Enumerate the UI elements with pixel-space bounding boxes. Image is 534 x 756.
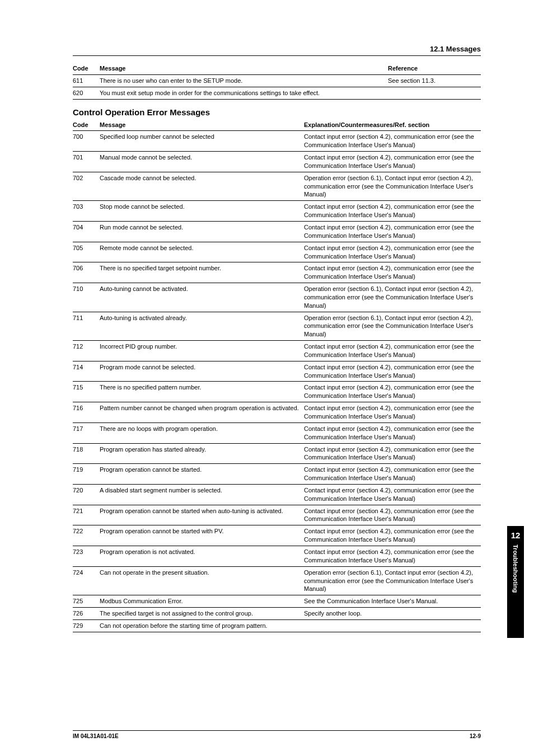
cell-msg: You must exit setup mode in order for th…: [100, 87, 388, 99]
cell-code: 725: [73, 595, 100, 608]
cell-exp: Operation error (section 6.1), Contact i…: [304, 566, 481, 595]
cell-exp: Operation error (section 6.1), Contact i…: [304, 312, 481, 341]
side-tab-label: Troubleshooting: [512, 544, 519, 593]
col-ref-header: Reference: [388, 63, 481, 74]
cell-exp: Contact input error (section 4.2), commu…: [304, 546, 481, 566]
cell-code: 721: [73, 505, 100, 525]
table-row: 721Program operation cannot be started w…: [73, 505, 481, 525]
cell-code: 712: [73, 341, 100, 361]
table-row: 705Remote mode cannot be selected.Contac…: [73, 242, 481, 262]
messages-table-2: Code Message Explanation/Countermeasures…: [73, 119, 481, 632]
cell-msg: Pattern number cannot be changed when pr…: [100, 402, 304, 423]
cell-msg: Auto-tuning cannot be activated.: [100, 283, 304, 312]
cell-exp: Contact input error (section 4.2), commu…: [304, 262, 481, 283]
side-tab-number: 12: [511, 530, 521, 540]
cell-code: 611: [73, 74, 100, 87]
cell-code: 729: [73, 619, 100, 632]
cell-exp: Contact input error (section 4.2), commu…: [304, 131, 481, 152]
cell-msg: Specified loop number cannot be selected: [100, 131, 304, 152]
cell-code: 726: [73, 608, 100, 620]
cell-code: 620: [73, 87, 100, 99]
table-row: 620You must exit setup mode in order for…: [73, 87, 481, 99]
cell-msg: Stop mode cannot be selected.: [100, 201, 304, 222]
messages-table-1: Code Message Reference 611There is no us…: [73, 63, 481, 100]
cell-code: 705: [73, 242, 100, 262]
table-row: 729Can not operation before the starting…: [73, 619, 481, 632]
page-footer: IM 04L31A01-01E 12-9: [73, 730, 481, 739]
cell-exp: See the Communication Interface User's M…: [304, 595, 481, 608]
cell-exp: Contact input error (section 4.2), commu…: [304, 201, 481, 222]
table-row: 712Incorrect PID group number.Contact in…: [73, 341, 481, 361]
cell-msg: Modbus Communication Error.: [100, 595, 304, 608]
page: 12.1 Messages Code Message Reference 611…: [0, 0, 534, 756]
cell-exp: Contact input error (section 4.2), commu…: [304, 361, 481, 382]
cell-exp: Contact input error (section 4.2), commu…: [304, 464, 481, 485]
cell-code: 720: [73, 484, 100, 505]
cell-exp: Operation error (section 6.1), Contact i…: [304, 172, 481, 201]
cell-msg: Program operation cannot be started.: [100, 464, 304, 485]
cell-msg: Run mode cannot be selected.: [100, 221, 304, 242]
table-row: 706There is no specified target setpoint…: [73, 262, 481, 283]
cell-msg: Auto-tuning is activated already.: [100, 312, 304, 341]
section-title: Control Operation Error Messages: [73, 107, 481, 117]
col-msg-header: Message: [100, 63, 388, 74]
table-row: 710Auto-tuning cannot be activated.Opera…: [73, 283, 481, 312]
cell-msg: Program operation has started already.: [100, 443, 304, 464]
cell-code: 706: [73, 262, 100, 283]
table-row: 723Program operation is not activated.Co…: [73, 546, 481, 566]
cell-msg: There is no specified pattern number.: [100, 382, 304, 402]
cell-msg: Can not operate in the present situation…: [100, 566, 304, 595]
table-row: 704Run mode cannot be selected.Contact i…: [73, 221, 481, 242]
table-head-row: Code Message Explanation/Countermeasures…: [73, 119, 481, 131]
cell-code: 724: [73, 566, 100, 595]
cell-msg: Program mode cannot be selected.: [100, 361, 304, 382]
cell-code: 716: [73, 402, 100, 423]
cell-msg: Program operation cannot be started when…: [100, 505, 304, 525]
table-row: 720A disabled start segment number is se…: [73, 484, 481, 505]
cell-msg: Cascade mode cannot be selected.: [100, 172, 304, 201]
cell-exp: Contact input error (section 4.2), commu…: [304, 443, 481, 464]
cell-exp: Contact input error (section 4.2), commu…: [304, 341, 481, 361]
table-row: 717There are no loops with program opera…: [73, 422, 481, 443]
table-row: 719Program operation cannot be started.C…: [73, 464, 481, 485]
table-row: 701Manual mode cannot be selected.Contac…: [73, 152, 481, 172]
cell-exp: Contact input error (section 4.2), commu…: [304, 152, 481, 172]
cell-code: 722: [73, 525, 100, 546]
table-row: 714Program mode cannot be selected.Conta…: [73, 361, 481, 382]
cell-code: 714: [73, 361, 100, 382]
table-row: 703Stop mode cannot be selected.Contact …: [73, 201, 481, 222]
col-msg-header: Message: [100, 119, 304, 131]
col-exp-header: Explanation/Countermeasures/Ref. section: [304, 119, 481, 131]
cell-code: 702: [73, 172, 100, 201]
cell-exp: [304, 619, 481, 632]
table-row: 725Modbus Communication Error.See the Co…: [73, 595, 481, 608]
cell-msg: There is no specified target setpoint nu…: [100, 262, 304, 283]
cell-code: 719: [73, 464, 100, 485]
cell-exp: Contact input error (section 4.2), commu…: [304, 484, 481, 505]
table-head-row: Code Message Reference: [73, 63, 481, 74]
cell-exp: Contact input error (section 4.2), commu…: [304, 382, 481, 402]
cell-code: 717: [73, 422, 100, 443]
cell-msg: Program operation is not activated.: [100, 546, 304, 566]
col-code-header: Code: [73, 63, 100, 74]
cell-code: 710: [73, 283, 100, 312]
cell-exp: Contact input error (section 4.2), commu…: [304, 242, 481, 262]
cell-exp: Contact input error (section 4.2), commu…: [304, 422, 481, 443]
section-header: 12.1 Messages: [73, 45, 481, 56]
side-tab: 12 Troubleshooting: [507, 526, 524, 638]
table-row: 711Auto-tuning is activated already.Oper…: [73, 312, 481, 341]
cell-code: 718: [73, 443, 100, 464]
cell-ref: [388, 87, 481, 99]
cell-code: 715: [73, 382, 100, 402]
footer-left: IM 04L31A01-01E: [73, 733, 119, 739]
table-row: 715There is no specified pattern number.…: [73, 382, 481, 402]
cell-code: 723: [73, 546, 100, 566]
cell-msg: There are no loops with program operatio…: [100, 422, 304, 443]
cell-exp: Contact input error (section 4.2), commu…: [304, 402, 481, 423]
cell-ref: See section 11.3.: [388, 74, 481, 87]
table-row: 724Can not operate in the present situat…: [73, 566, 481, 595]
cell-msg: There is no user who can enter to the SE…: [100, 74, 388, 87]
cell-code: 704: [73, 221, 100, 242]
cell-code: 711: [73, 312, 100, 341]
cell-msg: Program operation cannot be started with…: [100, 525, 304, 546]
